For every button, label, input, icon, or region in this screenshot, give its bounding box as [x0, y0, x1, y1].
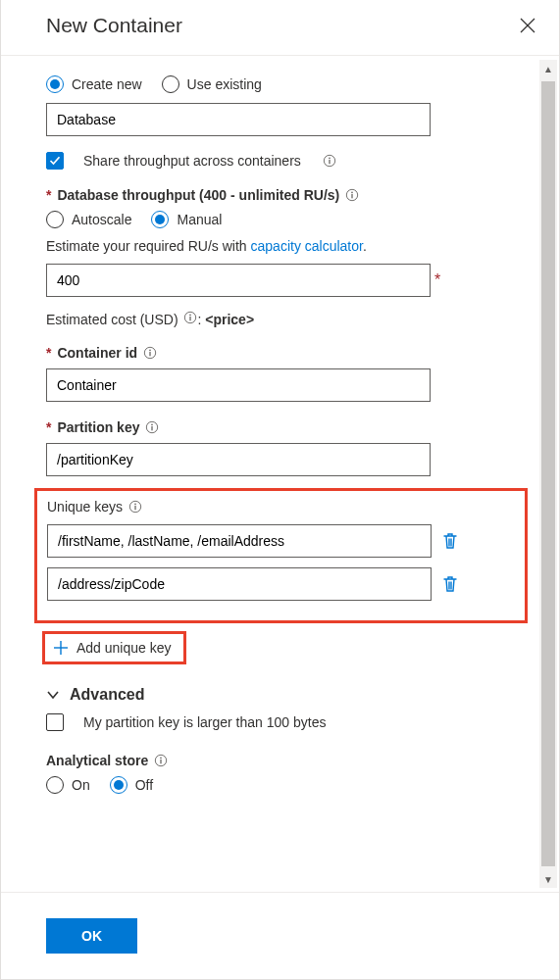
throughput-label: Database throughput (400 - unlimited RU/…: [57, 187, 339, 203]
unique-keys-label: Unique keys: [47, 499, 123, 514]
radio-manual-label: Manual: [177, 212, 222, 227]
partition-key-input[interactable]: [46, 443, 431, 476]
panel-title: New Container: [46, 14, 182, 37]
add-unique-key-label: Add unique key: [76, 640, 172, 656]
ok-button[interactable]: OK: [46, 918, 137, 954]
svg-point-23: [160, 758, 162, 760]
svg-point-15: [152, 424, 154, 426]
advanced-label: Advanced: [70, 686, 144, 704]
scroll-down-arrow[interactable]: ▼: [539, 870, 557, 888]
required-asterisk: *: [434, 271, 440, 289]
delete-unique-key-1[interactable]: [441, 574, 459, 594]
estimated-cost-label: Estimated cost (USD): [46, 312, 181, 327]
estimated-cost-value: <price>: [205, 312, 254, 327]
info-icon[interactable]: [145, 420, 159, 434]
radio-autoscale-label: Autoscale: [72, 212, 131, 227]
share-throughput-checkbox[interactable]: [46, 152, 64, 170]
radio-analytical-off[interactable]: Off: [110, 776, 153, 794]
required-asterisk: *: [46, 345, 51, 361]
radio-create-new[interactable]: Create new: [46, 75, 142, 93]
chevron-down-icon: [46, 688, 60, 702]
plus-icon: [53, 640, 69, 656]
radio-use-existing-label: Use existing: [187, 76, 262, 92]
radio-analytical-off-label: Off: [135, 777, 153, 793]
advanced-toggle[interactable]: Advanced: [46, 686, 516, 704]
svg-point-3: [329, 158, 331, 160]
add-unique-key-button[interactable]: Add unique key: [47, 636, 178, 660]
unique-keys-section: Unique keys: [34, 488, 528, 623]
info-icon[interactable]: [143, 346, 157, 360]
radio-analytical-on[interactable]: On: [46, 776, 90, 794]
svg-point-12: [149, 350, 151, 352]
svg-rect-10: [190, 317, 191, 320]
svg-rect-16: [152, 426, 153, 430]
close-button[interactable]: [520, 18, 535, 33]
database-name-input[interactable]: [46, 103, 431, 136]
info-icon[interactable]: [128, 500, 142, 514]
svg-rect-4: [329, 160, 330, 164]
partition-key-label: Partition key: [57, 419, 139, 435]
pk-large-checkbox[interactable]: [46, 713, 64, 731]
unique-key-input-0[interactable]: [47, 524, 432, 558]
svg-rect-19: [134, 506, 135, 510]
unique-key-input-1[interactable]: [47, 567, 432, 601]
share-throughput-label: Share throughput across containers: [83, 153, 301, 169]
pk-large-label: My partition key is larger than 100 byte…: [83, 714, 326, 730]
delete-unique-key-0[interactable]: [441, 531, 459, 551]
svg-point-6: [351, 192, 353, 194]
throughput-hint: Estimate your required RU/s with capacit…: [46, 238, 516, 254]
radio-analytical-on-label: On: [72, 777, 90, 793]
analytical-store-label: Analytical store: [46, 753, 148, 768]
info-icon[interactable]: [183, 311, 197, 324]
container-id-label: Container id: [57, 345, 137, 361]
info-icon[interactable]: [154, 754, 168, 767]
svg-rect-13: [150, 352, 151, 356]
radio-manual[interactable]: Manual: [151, 211, 222, 228]
required-asterisk: *: [46, 419, 51, 435]
container-id-input[interactable]: [46, 368, 431, 402]
required-asterisk: *: [46, 187, 51, 203]
info-icon[interactable]: [323, 154, 336, 168]
radio-create-new-label: Create new: [72, 76, 142, 92]
throughput-input[interactable]: [46, 264, 431, 297]
info-icon[interactable]: [345, 188, 359, 202]
svg-point-18: [134, 504, 136, 506]
capacity-calculator-link[interactable]: capacity calculator: [251, 238, 363, 254]
svg-point-9: [190, 315, 192, 317]
radio-use-existing[interactable]: Use existing: [162, 75, 262, 93]
scrollbar[interactable]: ▲ ▼: [539, 60, 557, 888]
svg-rect-7: [352, 194, 353, 198]
scroll-up-arrow[interactable]: ▲: [539, 60, 557, 77]
scrollbar-thumb[interactable]: [541, 81, 555, 866]
radio-autoscale[interactable]: Autoscale: [46, 211, 131, 228]
svg-rect-24: [161, 760, 162, 763]
